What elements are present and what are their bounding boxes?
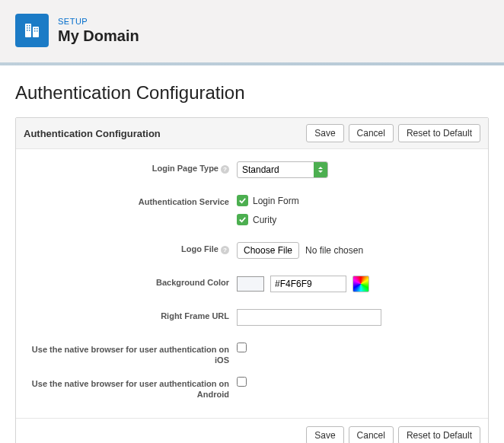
svg-rect-7 <box>29 30 30 31</box>
right-frame-url-label: Right Frame URL <box>161 311 229 320</box>
svg-rect-2 <box>27 25 28 27</box>
page-heading: Authentication Configuration <box>15 82 489 104</box>
svg-rect-6 <box>27 30 28 31</box>
svg-rect-0 <box>25 24 31 37</box>
reset-default-button[interactable]: Reset to Default <box>398 124 480 142</box>
background-color-input[interactable] <box>270 276 346 292</box>
native-android-label: Use the native browser for user authenti… <box>32 379 229 399</box>
setup-header: SETUP My Domain <box>0 0 504 65</box>
svg-rect-5 <box>29 27 30 29</box>
auth-config-panel: Authentication Configuration Save Cancel… <box>15 117 489 443</box>
auth-service-option-label: Curity <box>253 215 276 225</box>
native-android-checkbox[interactable] <box>237 377 247 387</box>
reset-default-button[interactable]: Reset to Default <box>398 426 480 443</box>
cancel-button[interactable]: Cancel <box>349 124 394 142</box>
svg-rect-10 <box>34 30 36 32</box>
svg-rect-11 <box>37 30 38 32</box>
save-button[interactable]: Save <box>306 124 343 142</box>
svg-rect-1 <box>33 27 39 37</box>
panel-title: Authentication Configuration <box>24 128 161 139</box>
svg-rect-4 <box>27 27 28 29</box>
checkbox-checked-icon <box>237 214 248 225</box>
checkbox-checked-icon <box>237 195 248 206</box>
auth-service-option-label: Login Form <box>253 196 299 206</box>
help-icon[interactable]: ? <box>221 246 229 254</box>
native-ios-label: Use the native browser for user authenti… <box>32 345 229 365</box>
cancel-button[interactable]: Cancel <box>349 426 394 443</box>
save-button[interactable]: Save <box>306 426 343 443</box>
auth-service-option-curity[interactable]: Curity <box>237 214 299 225</box>
help-icon[interactable]: ? <box>221 165 229 174</box>
svg-rect-3 <box>29 25 30 27</box>
building-icon <box>15 14 49 47</box>
auth-service-option-login-form[interactable]: Login Form <box>237 195 299 206</box>
background-color-label: Background Color <box>156 278 229 287</box>
setup-label: SETUP <box>58 17 139 26</box>
svg-rect-9 <box>37 28 38 30</box>
auth-service-label: Authentication Service <box>139 197 229 206</box>
login-page-type-label: Login Page Type <box>152 164 219 173</box>
color-swatch <box>237 276 264 292</box>
logo-file-label: Logo File <box>181 244 219 253</box>
svg-rect-8 <box>34 28 36 30</box>
logo-file-status: No file chosen <box>305 245 363 256</box>
color-picker-icon[interactable] <box>352 276 369 292</box>
page-title: My Domain <box>58 27 139 45</box>
login-page-type-select[interactable]: Standard <box>237 161 328 178</box>
native-ios-checkbox[interactable] <box>237 343 247 352</box>
right-frame-url-input[interactable] <box>237 309 381 326</box>
choose-file-button[interactable]: Choose File <box>237 242 299 259</box>
